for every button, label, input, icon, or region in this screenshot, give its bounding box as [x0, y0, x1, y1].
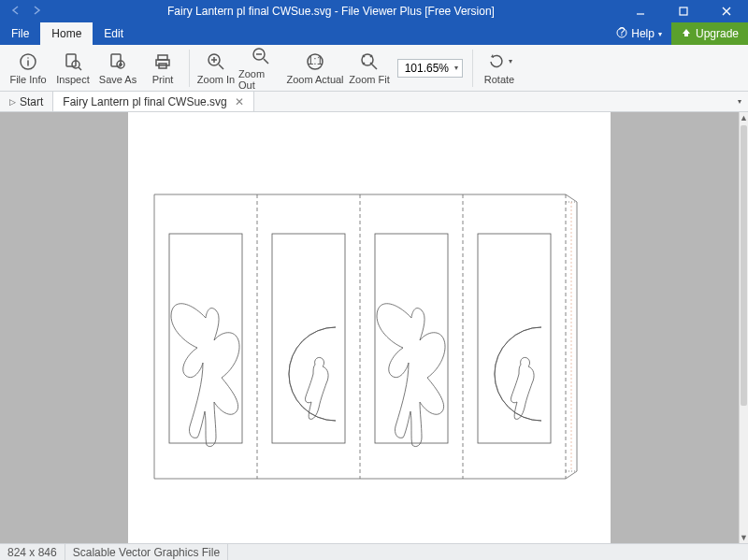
rotate-label: Rotate [484, 74, 514, 85]
scroll-up-icon[interactable]: ▲ [740, 112, 748, 123]
svg-text:1:1: 1:1 [308, 54, 324, 67]
status-dimensions: 824 x 846 [0, 544, 65, 560]
upgrade-icon [681, 27, 692, 41]
inspect-button[interactable]: Inspect [50, 46, 95, 91]
save-as-label: Save As [99, 74, 137, 85]
help-button[interactable]: ? Help ▾ [607, 22, 671, 45]
viewport[interactable] [0, 112, 739, 543]
zoom-in-button[interactable]: Zoom In [194, 46, 238, 91]
zoom-out-button[interactable]: Zoom Out [238, 46, 283, 91]
minimize-button[interactable] [619, 0, 662, 22]
play-icon: ▷ [9, 97, 16, 107]
help-label: Help [631, 27, 654, 40]
document-tab-label: Fairy Lantern pl final CWSue.svg [63, 95, 226, 108]
scrollbar-thumb[interactable] [741, 125, 747, 406]
ribbon-separator [189, 50, 190, 87]
file-info-label: File Info [9, 74, 46, 85]
inspect-label: Inspect [56, 74, 89, 85]
undo-icon[interactable] [9, 4, 22, 20]
maximize-button[interactable] [662, 0, 705, 22]
zoom-level-value: 101.65% [405, 62, 449, 75]
status-filetype: Scalable Vector Graphics File [65, 544, 228, 560]
window-title: Fairy Lantern pl final CWSue.svg - File … [43, 5, 619, 18]
titlebar: Fairy Lantern pl final CWSue.svg - File … [0, 0, 748, 22]
file-info-button[interactable]: File Info [6, 46, 50, 91]
print-button[interactable]: Print [140, 46, 185, 91]
chevron-down-icon: ▾ [454, 64, 458, 72]
close-tab-icon[interactable]: ✕ [235, 95, 244, 108]
start-label: Start [20, 95, 43, 108]
close-button[interactable] [705, 0, 748, 22]
menu-edit[interactable]: Edit [93, 22, 135, 45]
scroll-down-icon[interactable]: ▼ [740, 532, 748, 543]
zoom-actual-label: Zoom Actual [286, 74, 343, 85]
zoom-fit-label: Zoom Fit [349, 74, 389, 85]
menu-file[interactable]: File [0, 22, 40, 45]
redo-icon[interactable] [30, 4, 43, 20]
statusbar: 824 x 846 Scalable Vector Graphics File [0, 543, 748, 560]
help-icon: ? [616, 27, 627, 41]
rotate-button[interactable]: ▾ Rotate [477, 46, 522, 91]
svg-text:?: ? [619, 27, 626, 38]
svg-canvas [128, 112, 611, 543]
start-tab[interactable]: ▷ Start [0, 92, 53, 111]
ribbon: File Info Inspect Save As Print Zoom In … [0, 45, 748, 92]
zoom-level-input[interactable]: 101.65% ▾ [397, 59, 463, 78]
save-as-button[interactable]: Save As [95, 46, 140, 91]
ribbon-separator [472, 50, 473, 87]
zoom-fit-button[interactable]: Zoom Fit [347, 46, 392, 91]
menu-home[interactable]: Home [40, 22, 93, 45]
print-label: Print [152, 74, 174, 85]
tab-overflow-button[interactable]: ▾ [731, 92, 748, 111]
upgrade-label: Upgrade [696, 27, 739, 40]
upgrade-button[interactable]: Upgrade [671, 22, 748, 45]
chevron-down-icon: ▾ [509, 57, 512, 65]
svg-rect-9 [156, 60, 169, 65]
svg-rect-23 [169, 234, 242, 443]
zoom-actual-button[interactable]: 1:1 Zoom Actual [283, 46, 347, 91]
zoom-out-label: Zoom Out [238, 68, 283, 91]
vertical-scrollbar[interactable]: ▲ ▼ [739, 112, 748, 543]
chevron-down-icon: ▾ [658, 30, 662, 38]
menubar: File Home Edit ? Help ▾ Upgrade [0, 22, 748, 45]
zoom-in-label: Zoom In [197, 74, 235, 85]
svg-rect-0 [680, 7, 687, 15]
chevron-down-icon: ▾ [738, 97, 741, 106]
svg-rect-25 [375, 234, 448, 443]
tabstrip: ▷ Start Fairy Lantern pl final CWSue.svg… [0, 92, 748, 112]
document-tab[interactable]: Fairy Lantern pl final CWSue.svg ✕ [53, 92, 253, 111]
